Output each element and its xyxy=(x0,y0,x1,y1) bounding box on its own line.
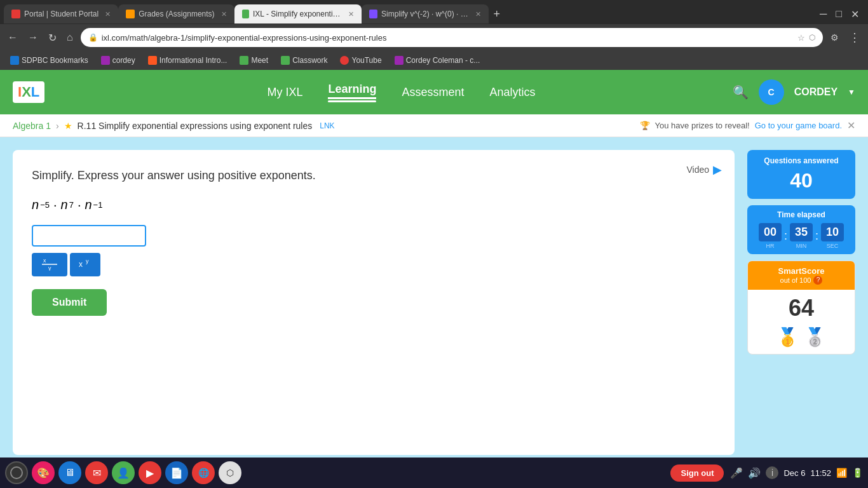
user-avatar[interactable]: C xyxy=(759,79,784,105)
bookmark-informational[interactable]: Informational Intro... xyxy=(143,55,233,66)
tab-portal-close[interactable]: ✕ xyxy=(105,10,111,18)
tab-grades-close[interactable]: ✕ xyxy=(221,10,227,18)
taskbar-date: Dec 6 xyxy=(783,468,805,478)
bookmark-cordey2[interactable]: Cordey Coleman - c... xyxy=(390,55,485,66)
new-tab-button[interactable]: + xyxy=(489,8,506,21)
taskbar-app-1[interactable]: 🎨 xyxy=(32,461,55,484)
taskbar: 🎨 🖥 ✉ 👤 ▶ 📄 🌐 ⬡ Sign out 🎤 🔊 i Dec 6 11:… xyxy=(0,458,868,488)
taskbar-right: 🎤 🔊 i Dec 6 11:52 📶 🔋 xyxy=(730,466,863,479)
microphone-icon[interactable]: 🎤 xyxy=(730,467,743,479)
answer-input[interactable] xyxy=(32,225,146,247)
time-seconds-value: 10 xyxy=(821,223,844,241)
time-hours-value: 00 xyxy=(759,223,782,241)
taskbar-gmail[interactable]: ✉ xyxy=(85,461,108,484)
ixl-nav-links: My IXL Learning Assessment Analytics xyxy=(70,83,732,102)
submit-button[interactable]: Submit xyxy=(32,289,107,316)
breadcrumb-star-icon[interactable]: ★ xyxy=(64,121,72,131)
sign-out-button[interactable]: Sign out xyxy=(670,464,724,482)
taskbar-app-2[interactable]: 🖥 xyxy=(58,461,81,484)
window-maximize[interactable]: □ xyxy=(833,6,844,23)
nav-learning-underline xyxy=(328,100,376,102)
menu-button[interactable]: ⋮ xyxy=(846,28,863,47)
taskbar-chrome[interactable]: 🌐 xyxy=(192,461,215,484)
tab-ixl[interactable]: IXL - Simplify exponential expr... ✕ xyxy=(234,4,362,24)
taskbar-youtube[interactable]: ▶ xyxy=(139,461,161,484)
prize-trophy-icon: 🏆 xyxy=(640,121,650,130)
math-n2: n xyxy=(61,198,68,212)
info-icon[interactable]: i xyxy=(766,466,778,479)
exponent-button[interactable]: x y xyxy=(70,253,100,276)
tab-portal[interactable]: Portal | Student Portal ✕ xyxy=(4,4,118,24)
nav-assessment[interactable]: Assessment xyxy=(402,86,464,99)
nav-my-ixl[interactable]: My IXL xyxy=(267,86,302,99)
ixl-logo[interactable]: IXL xyxy=(13,81,44,103)
time-separator-2: : xyxy=(815,229,818,243)
breadcrumb-tag: LNK xyxy=(320,121,334,130)
tab-simplify-label: Simplify v^(-2) · w^(0) · w... xyxy=(381,10,469,18)
taskbar-app-4[interactable]: ⬡ xyxy=(219,461,241,484)
bookmark-cordey-label: cordey xyxy=(112,56,135,65)
gold-medal: 🥇 xyxy=(776,327,799,348)
fraction-button[interactable]: x y xyxy=(32,253,67,276)
main-content: Video ▶ Simplify. Express your answer us… xyxy=(0,137,868,468)
prize-link[interactable]: Go to your game board. xyxy=(755,121,842,130)
youtube-icon xyxy=(340,56,349,65)
silver-medal: 🥈 xyxy=(804,327,826,348)
forward-button[interactable]: → xyxy=(25,29,41,46)
logo-x: X xyxy=(22,84,31,100)
fraction-icon: x y xyxy=(39,262,60,273)
prize-close-button[interactable]: ✕ xyxy=(847,119,855,132)
tab-ixl-close[interactable]: ✕ xyxy=(348,10,354,18)
tab-bar: Portal | Student Portal ✕ Grades (Assign… xyxy=(0,0,868,24)
bookmark-youtube[interactable]: YouTube xyxy=(335,55,386,66)
user-name-label[interactable]: CORDEY xyxy=(794,86,837,98)
bookmark-classwork[interactable]: Classwork xyxy=(276,55,332,66)
time-seconds-label: SEC xyxy=(827,243,839,249)
svg-text:y: y xyxy=(48,265,51,271)
browser-chrome: Portal | Student Portal ✕ Grades (Assign… xyxy=(0,0,868,70)
gmail-icon: ✉ xyxy=(93,467,101,479)
home-button[interactable]: ⌂ xyxy=(64,29,76,46)
taskbar-app-3[interactable]: 👤 xyxy=(112,461,135,484)
address-bar[interactable]: 🔒 ixl.com/math/algebra-1/simplify-expone… xyxy=(81,28,823,47)
video-play-icon: ▶ xyxy=(713,163,722,177)
bookmark-cordey2-label: Cordey Coleman - c... xyxy=(406,56,480,65)
star-icon[interactable]: ☆ xyxy=(797,33,805,43)
speaker-icon[interactable]: 🔊 xyxy=(748,467,761,479)
help-icon[interactable]: ? xyxy=(813,276,822,285)
taskbar-docs[interactable]: 📄 xyxy=(165,461,188,484)
window-close[interactable]: ✕ xyxy=(848,6,862,23)
time-elapsed-box: Time elapsed 00 HR : 35 MIN : 10 SEC xyxy=(747,205,855,254)
os-button[interactable] xyxy=(5,461,28,484)
breadcrumb-parent[interactable]: Algebra 1 xyxy=(13,121,51,131)
tab-simplify-close[interactable]: ✕ xyxy=(475,10,481,18)
search-button[interactable]: 🔍 xyxy=(733,85,749,100)
user-dropdown-arrow[interactable]: ▼ xyxy=(848,88,855,97)
logo-l: L xyxy=(31,84,39,100)
nav-analytics[interactable]: Analytics xyxy=(489,86,535,99)
bookmark-sdpbc[interactable]: SDPBC Bookmarks xyxy=(5,55,93,66)
video-link[interactable]: Video ▶ xyxy=(686,163,722,177)
time-minutes-unit: 35 MIN xyxy=(790,223,813,249)
refresh-button[interactable]: ↻ xyxy=(46,29,59,46)
app3-icon: 👤 xyxy=(117,467,130,479)
bookmark-meet[interactable]: Meet xyxy=(234,55,273,66)
portal-favicon xyxy=(11,10,20,18)
time-elapsed-label: Time elapsed xyxy=(752,210,850,219)
docs-icon: 📄 xyxy=(170,467,183,479)
bookmarks-bar: SDPBC Bookmarks cordey Informational Int… xyxy=(0,51,868,70)
tab-simplify[interactable]: Simplify v^(-2) · w^(0) · w... ✕ xyxy=(362,4,489,24)
battery-icon: 🔋 xyxy=(852,468,863,478)
bookmark-cordey[interactable]: cordey xyxy=(96,55,140,66)
ixl-nav-right: 🔍 C CORDEY ▼ xyxy=(733,79,855,105)
question-panel: Video ▶ Simplify. Express your answer us… xyxy=(13,150,735,455)
nav-learning[interactable]: Learning xyxy=(328,83,376,99)
tab-grades[interactable]: Grades (Assignments) ✕ xyxy=(118,4,234,24)
classwork-icon xyxy=(281,56,290,65)
cast-icon[interactable]: ⬡ xyxy=(809,33,815,42)
extensions-button[interactable]: ⚙ xyxy=(828,30,841,45)
smart-score-header: SmartScore out of 100 ? xyxy=(748,261,855,290)
back-button[interactable]: ← xyxy=(5,29,20,46)
time-minutes-label: MIN xyxy=(796,243,807,249)
window-minimize[interactable]: ─ xyxy=(817,6,829,23)
